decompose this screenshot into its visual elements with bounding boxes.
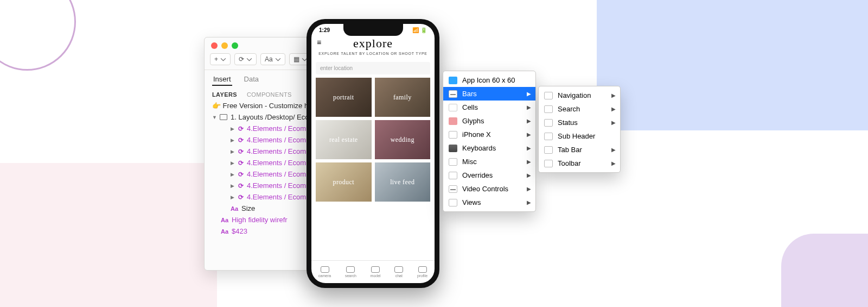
tile-realestate[interactable]: real estate [316, 120, 372, 159]
tab-bar: camera search model chat profile [311, 260, 435, 283]
menu-label: Toolbar [558, 159, 581, 167]
chevron-right-icon: ▶ [527, 91, 531, 97]
menu-item-cells[interactable]: Cells▶ [443, 101, 535, 114]
tab-label: profile [417, 274, 427, 278]
layer-label: 👉 Free Version - Customize here [212, 102, 318, 110]
menu-label: App Icon 60 x 60 [462, 76, 515, 84]
decor-pink [0, 163, 217, 307]
menu-label: Glyphs [462, 117, 484, 125]
submenu-status[interactable]: Status▶ [539, 116, 620, 129]
tab-chat[interactable]: chat [394, 266, 403, 278]
menu-item-views[interactable]: Views▶ [443, 196, 535, 209]
submenu-tabbar[interactable]: Tab Bar▶ [539, 143, 620, 156]
menu-label: Misc [462, 158, 477, 166]
chevron-right-icon: ▶ [527, 104, 531, 110]
subtab-layers[interactable]: LAYERS [212, 91, 237, 98]
nav-swatch-icon [544, 92, 553, 99]
chevron-right-icon: ▶ [611, 160, 616, 166]
caret-icon: ▶ [231, 172, 235, 177]
tab-model[interactable]: model [371, 266, 381, 278]
chat-icon [394, 266, 403, 273]
menu-label: iPhone X [462, 130, 491, 139]
bar-swatch-icon [449, 90, 457, 98]
tab-label: chat [395, 274, 403, 278]
app-header: ≡ explore Explore talent by location or … [311, 33, 435, 58]
menu-item-iphonex[interactable]: iPhone X▶ [443, 128, 535, 141]
menu-item-overrides[interactable]: Overrides▶ [443, 168, 535, 182]
menu-item-keyboards[interactable]: Keyboards▶ [443, 141, 535, 155]
views-swatch-icon [449, 199, 457, 206]
decor-arc [0, 0, 76, 71]
location-input[interactable]: enter location [316, 62, 430, 74]
text-icon: Aa [221, 228, 228, 235]
camera-icon [321, 266, 329, 273]
tab-profile[interactable]: profile [417, 266, 427, 278]
menu-label: Search [558, 105, 580, 113]
menu-label: Bars [462, 90, 477, 98]
chevron-right-icon: ▶ [527, 131, 531, 137]
overrides-swatch-icon [449, 172, 457, 179]
insert-menu-button[interactable]: + [210, 53, 231, 65]
glyph-swatch-icon [449, 117, 457, 125]
status-icons: 📶 🔋 [412, 27, 427, 33]
submenu-search[interactable]: Search▶ [539, 102, 620, 116]
tabbar-swatch-icon [544, 146, 553, 154]
tile-grid: portrait family real estate wedding prod… [311, 78, 435, 202]
menu-label: Cells [462, 103, 478, 111]
tab-search[interactable]: search [345, 266, 356, 278]
layer-label: Size [241, 204, 255, 212]
iphone-mockup: 1:29 📶 🔋 ≡ explore Explore talent by loc… [307, 19, 439, 288]
symbols-menu-button[interactable]: ⟳ [234, 53, 257, 65]
menu-item-misc[interactable]: Misc▶ [443, 155, 535, 168]
chevron-right-icon: ▶ [527, 199, 531, 205]
close-dot[interactable] [211, 42, 218, 49]
chevron-right-icon: ▶ [527, 159, 531, 165]
chevron-right-icon: ▶ [527, 172, 531, 178]
tile-wedding[interactable]: wedding [375, 120, 431, 159]
search-icon [346, 266, 355, 273]
tile-product[interactable]: product [316, 162, 372, 202]
chevron-right-icon: ▶ [527, 186, 531, 192]
text-icon: Aa [231, 205, 238, 212]
status-swatch-icon [544, 119, 553, 127]
text-menu-button[interactable]: Aa [260, 53, 285, 65]
menu-item-glyphs[interactable]: Glyphs▶ [443, 114, 535, 128]
appicon-swatch-icon [449, 77, 457, 84]
caret-icon: ▶ [231, 126, 235, 131]
tab-data[interactable]: Data [243, 73, 260, 86]
symbol-icon: ⟳ [238, 159, 244, 167]
menu-item-video[interactable]: Video Controls▶ [443, 182, 535, 196]
symbol-submenu: Navigation▶ Search▶ Status▶ Sub Header T… [538, 86, 621, 173]
symbol-icon: ⟳ [238, 193, 244, 201]
caret-icon: ▶ [231, 137, 235, 143]
submenu-toolbar[interactable]: Toolbar▶ [539, 156, 620, 170]
submenu-navigation[interactable]: Navigation▶ [539, 89, 620, 102]
menu-item-appicon[interactable]: App Icon 60 x 60 [443, 73, 535, 87]
tab-camera[interactable]: camera [318, 266, 331, 278]
chevron-right-icon: ▶ [611, 92, 616, 98]
submenu-subheader[interactable]: Sub Header [539, 129, 620, 143]
cell-swatch-icon [449, 104, 457, 111]
tile-livefeed[interactable]: live feed [375, 162, 431, 202]
subtab-components[interactable]: COMPONENTS [247, 91, 292, 98]
caret-icon: ▶ [231, 149, 235, 154]
menu-label: Sub Header [558, 132, 595, 140]
minimize-dot[interactable] [221, 42, 228, 49]
menu-label: Video Controls [462, 185, 508, 193]
chevron-right-icon: ▶ [527, 118, 531, 124]
iphone-swatch-icon [449, 131, 457, 139]
menu-label: Keyboards [462, 144, 496, 152]
tile-family[interactable]: family [375, 78, 431, 117]
menu-icon[interactable]: ≡ [317, 38, 321, 47]
tab-insert[interactable]: Insert [212, 73, 232, 86]
artboard-icon [220, 114, 227, 120]
phone-screen: 1:29 📶 🔋 ≡ explore Explore talent by loc… [311, 24, 435, 283]
search-swatch-icon [544, 105, 553, 113]
tile-portrait[interactable]: portrait [316, 78, 372, 117]
symbol-menu: App Icon 60 x 60 Bars▶ Cells▶ Glyphs▶ iP… [443, 71, 536, 212]
chevron-right-icon: ▶ [527, 145, 531, 151]
caret-icon: ▶ [231, 183, 235, 189]
toolbar-swatch-icon [544, 160, 553, 167]
zoom-dot[interactable] [232, 42, 238, 49]
menu-item-bars[interactable]: Bars▶ [443, 87, 535, 101]
